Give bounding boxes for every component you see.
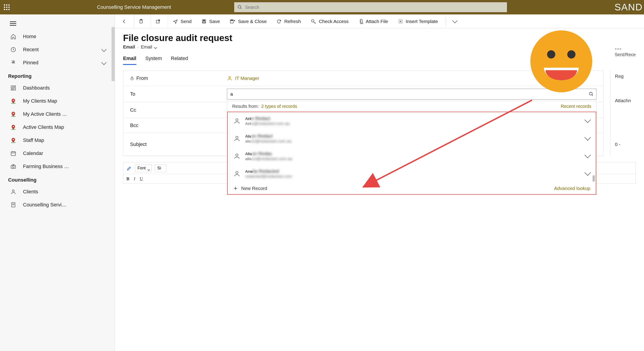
size-select[interactable]: Si [155, 164, 166, 172]
search-input[interactable] [245, 5, 504, 10]
refresh-button[interactable]: Refresh [272, 15, 306, 28]
smiley-annotation [530, 30, 593, 93]
nav-farming-business[interactable]: Farming Business … [0, 160, 115, 173]
sidebar-scrollbar[interactable] [112, 27, 115, 81]
save-button[interactable]: Save [196, 15, 225, 28]
clock-icon [9, 46, 18, 53]
lookup-name-prefix: Airli [245, 117, 251, 121]
global-search[interactable] [234, 2, 507, 12]
chevron-down-icon[interactable] [586, 119, 590, 123]
lookup-item[interactable]: Airlie Redact Airlie@redacted.com.au [228, 112, 596, 130]
lookup-item[interactable]: Allison Redac allison@redacted.com.au [228, 147, 596, 165]
nav-label: Staff Map [23, 137, 44, 143]
nav-label: Counselling Servi… [23, 202, 66, 208]
person-icon [234, 153, 240, 159]
svg-rect-14 [11, 142, 16, 143]
lookup-results-box: Airlie Redact Airlie@redacted.com.au Ali… [227, 112, 596, 195]
nav-label: Dashboards [23, 85, 50, 91]
nav-my-clients-map[interactable]: My Clients Map [0, 95, 115, 108]
lookup-item[interactable]: Amelia Redacted redacted@redacted.com [228, 165, 596, 182]
side-panel: Reg Attachn 0 - [610, 70, 644, 156]
status-value: --- [615, 45, 644, 52]
svg-point-9 [12, 113, 14, 114]
nav-pinned[interactable]: Pinned [0, 56, 115, 69]
insert-template-button[interactable]: Insert Template [393, 15, 443, 28]
italic-button[interactable]: I [134, 176, 135, 181]
waffle-icon [4, 4, 10, 10]
nav-counselling-service[interactable]: Counselling Servi… [0, 198, 115, 211]
svg-rect-32 [231, 20, 232, 21]
insert-template-label: Insert Template [406, 19, 438, 24]
underline-button[interactable]: U [140, 176, 143, 181]
nav-toggle[interactable] [0, 17, 115, 30]
doc-icon [9, 201, 18, 208]
results-from-link[interactable]: 2 types of records [261, 104, 297, 109]
recent-records-link[interactable]: Recent records [560, 104, 591, 109]
chevron-down-icon[interactable] [586, 154, 590, 158]
svg-point-46 [547, 50, 555, 59]
header-meta: --- Sent/Rece [615, 45, 644, 57]
nav-clients[interactable]: Clients [0, 185, 115, 198]
svg-line-38 [592, 95, 593, 96]
clipboard-button[interactable] [134, 15, 151, 28]
overflow-button[interactable] [448, 15, 461, 28]
bold-button[interactable]: B [126, 176, 130, 181]
person-icon [234, 135, 240, 142]
attachment-label: Attachn [615, 98, 640, 103]
status-label: Sent/Rece [615, 52, 644, 57]
nav-staff-map[interactable]: Staff Map [0, 134, 115, 147]
svg-rect-30 [203, 22, 205, 23]
lookup-item[interactable]: Alison Redact alison@redacted.com.au [228, 130, 596, 147]
results-from-label: Results from: [232, 104, 259, 109]
new-record-label: New Record [241, 186, 267, 191]
chevron-down-icon[interactable] [586, 137, 590, 141]
section-counselling: Counselling [0, 173, 115, 185]
nav-calendar[interactable]: Calendar [0, 147, 115, 160]
svg-rect-15 [11, 152, 16, 155]
nav-recent[interactable]: Recent [0, 43, 115, 56]
brush-icon[interactable] [126, 166, 132, 171]
nav-active-clients-map[interactable]: Active Clients Map [0, 121, 115, 134]
attachment-count: 0 - [615, 142, 640, 147]
from-value[interactable]: IT Manager [227, 76, 259, 81]
send-label: Send [180, 19, 192, 24]
nav-my-active-clients[interactable]: My Active Clients … [0, 108, 115, 121]
svg-rect-5 [14, 88, 16, 90]
tab-related[interactable]: Related [171, 56, 188, 65]
svg-point-33 [312, 20, 314, 22]
form-name: Email [141, 45, 152, 50]
form-switcher[interactable] [154, 45, 157, 50]
tab-email[interactable]: Email [123, 56, 136, 65]
lookup-footer: New Record Advanced lookup [228, 182, 596, 194]
attach-file-label: Attach File [366, 19, 388, 24]
lookup-scrollbar[interactable] [592, 175, 595, 182]
back-button[interactable] [117, 15, 134, 28]
save-close-button[interactable]: Save & Close [225, 15, 272, 28]
attach-file-button[interactable]: Attach File [354, 15, 393, 28]
svg-point-36 [229, 77, 230, 78]
command-bar: Send Save Save & Close Refresh Check Acc… [115, 15, 644, 29]
svg-point-0 [238, 6, 241, 8]
svg-rect-6 [11, 89, 13, 90]
svg-rect-10 [11, 116, 16, 117]
chevron-down-icon[interactable] [586, 172, 590, 176]
nav-dashboards[interactable]: Dashboards [0, 82, 115, 95]
tab-system[interactable]: System [146, 56, 162, 65]
save-label: Save [209, 19, 220, 24]
svg-rect-8 [11, 103, 16, 104]
nav-label: Clients [23, 189, 38, 195]
send-button[interactable]: Send [168, 15, 196, 28]
new-record-button[interactable]: New Record [233, 186, 267, 191]
app-launcher[interactable] [0, 0, 14, 15]
chevron-down-icon [102, 60, 106, 66]
map-pin-icon [9, 111, 18, 118]
check-access-button[interactable]: Check Access [306, 15, 354, 28]
advanced-lookup-link[interactable]: Advanced lookup [554, 186, 590, 191]
font-select[interactable]: Font [135, 164, 152, 172]
svg-line-1 [240, 8, 242, 9]
plus-icon [233, 186, 238, 191]
nav-home[interactable]: Home [0, 30, 115, 43]
popout-button[interactable] [151, 15, 168, 28]
svg-point-20 [12, 166, 14, 168]
app-title: Counselling Service Management [97, 4, 171, 10]
